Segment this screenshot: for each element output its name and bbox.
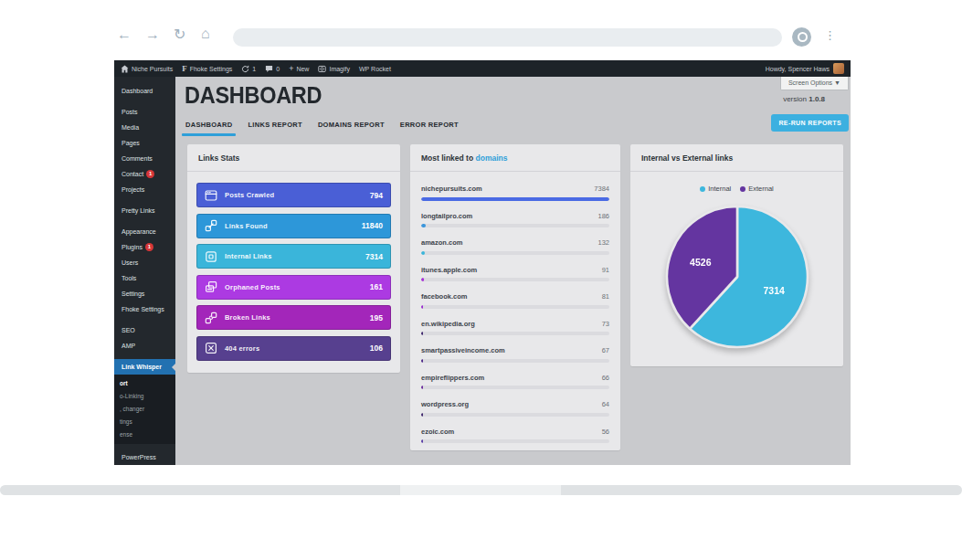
sidebar-item-changer[interactable]: , changer [114,403,175,416]
domain-bar-fill [421,413,423,417]
legend-item-internal[interactable]: Internal [700,185,731,193]
domain-name: en.wikipedia.org [421,320,475,328]
sidebar-item-contact[interactable]: Contact1 [114,166,175,182]
stat-label: Orphaned Posts [225,283,280,291]
adminbar-item-1[interactable]: 1 [241,65,256,73]
domain-bar-fill [421,332,423,335]
square-in-square-icon [205,250,217,263]
admin-bar-items: Niche PursuitsFFhoke Settings10+NewImagi… [121,64,391,73]
domain-row-nichepursuits-com: nichepursuits.com7384 [421,185,609,201]
sidebar-item-label: Settings [122,291,144,297]
sidebar-item-posts[interactable]: Posts [114,104,175,120]
pie-panel: Internal vs External links InternalExter… [630,144,843,366]
domain-row-text: en.wikipedia.org73 [421,320,609,328]
sidebar-item-media[interactable]: Media [114,120,175,135]
sidebar-item-label: Pages [122,140,140,146]
sidebar-item-o-linking[interactable]: o-Linking [114,390,175,403]
domain-count: 73 [602,320,609,328]
domain-count: 91 [602,266,609,274]
sidebar-item-settings[interactable]: Settings [114,286,175,301]
adminbar-item-label: Imagify [329,66,350,72]
domains-link[interactable]: domains [476,153,508,163]
user-avatar[interactable] [833,63,844,74]
sidebar-item-plugins[interactable]: Plugins1 [114,239,175,255]
sidebar-item-comments[interactable]: Comments [114,151,175,166]
home-icon[interactable]: ⌂ [201,26,210,41]
stat-label: Broken Links [225,313,270,322]
sidebar-item-dashboard[interactable]: Dashboard [114,83,175,99]
howdy-greeting[interactable]: Howdy, Spencer Haws [766,66,830,72]
notification-badge: 1 [146,170,154,178]
address-bar[interactable] [233,28,782,47]
domain-row-text: amazon.com132 [421,238,609,247]
adminbar-item-new[interactable]: +New [289,64,309,73]
back-icon[interactable]: ← [117,27,132,42]
tab-dashboard[interactable]: DASHBOARD [185,121,232,136]
link-whisper-submenu: orto-Linking, changertingsense [114,375,175,444]
f-icon: F [182,64,187,73]
sidebar-item-label: Projects [122,186,144,193]
adminbar-item-niche-pursuits[interactable]: Niche Pursuits [121,65,173,73]
broken-link-icon [205,312,217,324]
sidebar-item-amp[interactable]: AMP [114,338,175,354]
stat-links-found[interactable]: Links Found11840 [196,214,391,238]
stat-posts-crawled[interactable]: Posts Crawled794 [196,183,391,207]
stat-404-errors[interactable]: 404 errors106 [196,336,391,361]
window-icon [205,189,217,202]
stat-internal-links[interactable]: Internal Links7314 [196,244,391,269]
rerun-reports-button[interactable]: RE-RUN REPORTS [771,114,849,132]
sidebar-item-ense[interactable]: ense [114,428,175,441]
stat-value: 161 [370,282,383,291]
forward-icon[interactable]: → [145,27,160,42]
sidebar-item-pretty-links[interactable]: Pretty Links [114,203,175,218]
browser-menu-icon[interactable]: ⋮ [824,28,836,42]
sidebar-item-powerpress[interactable]: PowerPress [114,449,175,465]
stat-value: 195 [370,313,383,322]
stat-orphaned-posts[interactable]: Orphaned Posts161 [196,275,391,300]
sidebar-item-tools[interactable]: Tools [114,270,175,286]
domain-name: nichepursuits.com [421,185,482,193]
domain-name: smartpassiveincome.com [421,346,505,354]
domain-row-text: facebook.com81 [421,292,609,301]
sidebar-item-label: Dashboard [122,88,153,94]
reload-icon[interactable]: ↻ [174,27,185,42]
adminbar-item-label: 1 [252,66,256,72]
adminbar-item-fhoke-settings[interactable]: FFhoke Settings [182,64,232,73]
sidebar-item-label: Tools [122,275,136,281]
domain-row-text: wordpress.org64 [421,400,609,408]
adminbar-item-imagify[interactable]: Imagify [318,65,350,73]
sidebar-item-ort[interactable]: ort [114,377,175,390]
stat-broken-links[interactable]: Broken Links195 [196,305,391,330]
domain-row-text: empireflippers.com66 [421,374,609,382]
sidebar-item-label: Media [122,124,139,131]
sidebar-item-pages[interactable]: Pages [114,135,175,151]
browser-profile-icon[interactable] [792,27,811,47]
pie-legend: InternalExternal [630,185,843,193]
tab-links-report[interactable]: LINKS REPORT [248,121,301,136]
adminbar-item-0[interactable]: 0 [265,65,280,73]
legend-item-external[interactable]: External [740,185,774,193]
tab-domains-report[interactable]: DOMAINS REPORT [318,121,385,136]
sidebar-item-users[interactable]: Users [114,255,175,270]
adminbar-item-wp-rocket[interactable]: WP Rocket [359,66,391,72]
sidebar-item-tings[interactable]: tings [114,416,175,428]
sidebar-item-projects[interactable]: Projects [114,182,175,197]
sidebar-item-appearance[interactable]: Appearance [114,224,175,239]
screen-options-button[interactable]: Screen Options ▼ [780,77,849,90]
laptop-base-notch [400,485,561,495]
domains-panel: Most linked to domains nichepursuits.com… [410,144,620,450]
domain-bar-track [421,332,609,335]
notification-badge: 1 [145,243,153,251]
sidebar-item-seo[interactable]: SEO [114,322,175,338]
pie-slice-value: 7314 [763,285,785,296]
stat-label: 404 errors [225,344,259,353]
link-icon [205,219,217,232]
admin-bar-account[interactable]: Howdy, Spencer Haws [766,63,844,74]
sidebar-item-fhoke-settings[interactable]: Fhoke Settings [114,301,175,317]
stat-label: Internal Links [225,252,272,260]
sidebar-item-link-whisper[interactable]: Link Whisper [114,359,175,375]
domain-bar-fill [421,224,426,227]
sidebar-item-label: ense [120,431,132,438]
pie-chart: 73144526 [657,196,818,357]
tab-error-report[interactable]: ERROR REPORT [400,121,459,136]
